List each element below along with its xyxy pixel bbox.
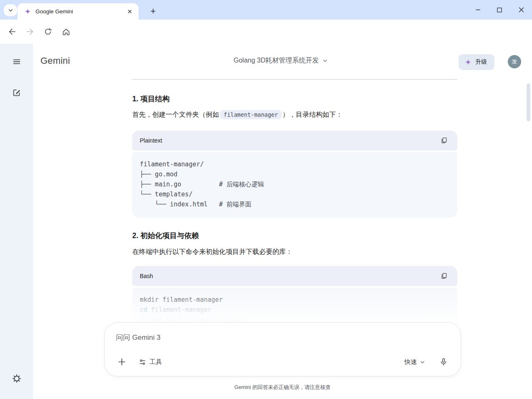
scrollbar-thumb[interactable] (527, 83, 530, 121)
disclaimer-text: Gemini 的回答未必正确无误，请注意核查 (33, 384, 532, 391)
prompt-input[interactable]: 问问 Gemini 3 工具 (104, 322, 461, 376)
gemini-sparkle-icon (464, 58, 472, 66)
add-attachment-button[interactable] (116, 356, 128, 368)
new-chat-icon (12, 88, 21, 97)
markdown-divider (132, 79, 457, 80)
window-controls (467, 0, 532, 20)
code-language-label: Bash (140, 273, 437, 279)
tools-label: 工具 (149, 358, 162, 366)
forward-icon (25, 27, 35, 36)
chat-title-dropdown[interactable]: Golang 3D耗材管理系统开发 (234, 56, 328, 65)
upgrade-label: 升级 (475, 58, 487, 66)
reload-icon (44, 28, 52, 36)
microphone-button[interactable] (438, 356, 449, 368)
inline-code: filament-manager (220, 110, 282, 119)
back-icon (8, 27, 17, 36)
account-avatar[interactable]: 发 (508, 55, 521, 68)
chat-title: Golang 3D耗材管理系统开发 (234, 56, 319, 65)
copy-code-button[interactable] (437, 269, 451, 283)
code-block-plaintext: Plaintext filament-manager/ ├── go.mod ├… (132, 130, 457, 218)
gemini-favicon (24, 8, 31, 15)
tab-title: Google Gemini (35, 8, 125, 15)
gemini-main: Gemini Golang 3D耗材管理系统开发 升级 发 1. 项目结构 (33, 44, 532, 399)
tools-button[interactable]: 工具 (139, 358, 162, 366)
chevron-down-icon (322, 58, 328, 63)
browser-window: Google Gemini ✕ + (0, 0, 532, 399)
gemini-logo: Gemini (40, 55, 70, 66)
gear-icon (12, 374, 21, 383)
copy-icon (440, 272, 448, 280)
settings-button[interactable] (10, 372, 23, 385)
plus-icon (117, 357, 126, 366)
code-content: filament-manager/ ├── go.mod ├── main.go… (132, 152, 457, 218)
tab-strip: Google Gemini ✕ + (0, 0, 532, 20)
home-icon (62, 28, 71, 36)
minimize-button[interactable] (467, 0, 489, 20)
chevron-down-icon (8, 8, 13, 13)
section-heading-2: 2. 初始化项目与依赖 (132, 231, 199, 241)
maximize-button[interactable] (489, 0, 510, 20)
reload-button[interactable] (41, 25, 55, 39)
gemini-sidebar (0, 44, 33, 399)
tab-close-icon[interactable]: ✕ (125, 7, 134, 16)
gemini-app: Gemini Golang 3D耗材管理系统开发 升级 发 1. 项目结构 (0, 44, 532, 399)
menu-button[interactable] (10, 55, 23, 68)
code-block-header: Plaintext (132, 130, 457, 151)
copy-code-button[interactable] (437, 134, 451, 147)
browser-toolbar: gemini.google.com/app/f7899ed63b5b702d?h… (0, 20, 532, 44)
tab-google-gemini[interactable]: Google Gemini ✕ (18, 3, 139, 20)
section-heading-1: 1. 项目结构 (132, 94, 169, 104)
maximize-icon (497, 8, 502, 13)
forward-button[interactable] (23, 25, 37, 39)
composer-toolbar: 工具 快速 (116, 356, 449, 368)
close-icon (519, 7, 524, 13)
model-selector[interactable]: 快速 (404, 358, 425, 366)
new-chat-button[interactable] (10, 86, 23, 99)
chevron-down-icon (420, 359, 425, 365)
code-block-header: Bash (132, 266, 457, 286)
gemini-header: Gemini Golang 3D耗材管理系统开发 升级 发 (33, 44, 532, 80)
model-label: 快速 (404, 358, 417, 366)
microphone-icon (439, 358, 448, 366)
close-window-button[interactable] (510, 0, 532, 20)
hamburger-icon (12, 57, 21, 66)
code-language-label: Plaintext (140, 137, 437, 144)
new-tab-button[interactable]: + (147, 5, 159, 18)
back-button[interactable] (5, 25, 19, 39)
tab-search-button[interactable] (4, 4, 17, 16)
minimize-icon (475, 7, 481, 13)
paragraph-2: 在终端中执行以下命令来初始化项目并下载必要的库： (132, 247, 292, 257)
prompt-placeholder: 问问 Gemini 3 (116, 333, 161, 342)
upgrade-button[interactable]: 升级 (459, 54, 494, 70)
paragraph-1: 首先，创建一个文件夹（例如filament-manager），目录结构如下： (132, 110, 343, 120)
copy-icon (440, 137, 448, 144)
tools-icon (139, 358, 146, 366)
home-button[interactable] (59, 25, 73, 39)
